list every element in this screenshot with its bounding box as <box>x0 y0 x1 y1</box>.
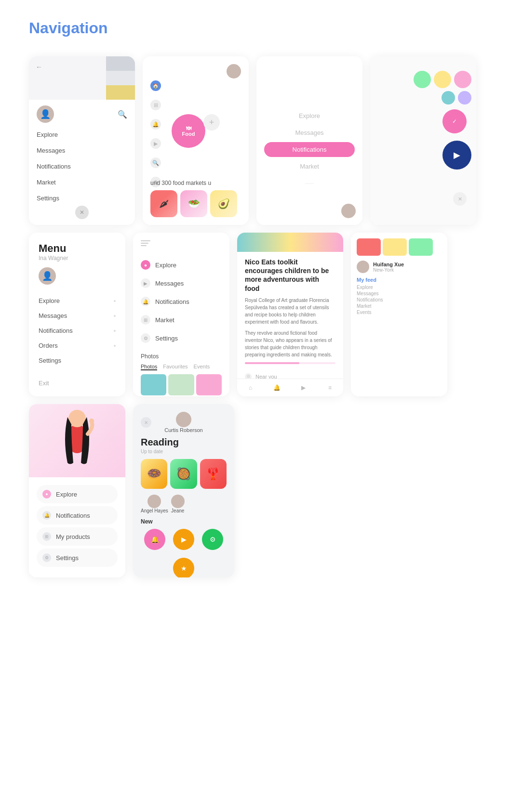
nav-notifications[interactable]: 🔔 Notifications <box>141 292 222 311</box>
nav-explore[interactable]: Explore <box>29 127 135 143</box>
grid-icon[interactable]: ⊞ <box>150 100 161 110</box>
nav-near-you[interactable]: ⊙ Near you <box>245 370 335 379</box>
search-icon[interactable]: 🔍 <box>118 110 127 119</box>
feed-item-notifications[interactable]: Notifications <box>357 297 442 302</box>
nav-notifications[interactable]: Notifications <box>29 158 135 174</box>
play-icon[interactable]: ▶ <box>150 138 161 149</box>
nav-market[interactable]: ⊞ Market <box>141 311 222 329</box>
nav-explore[interactable]: Explore <box>264 108 355 123</box>
nav-messages[interactable]: Messages <box>39 308 116 323</box>
nav-settings[interactable]: ⚙ Settings <box>37 549 118 567</box>
girl-nav-inner: ● Explore 🔔 Notifications ⊞ My products … <box>29 404 125 577</box>
row-3: ● Explore 🔔 Notifications ⊞ My products … <box>29 404 480 577</box>
book-list: 🍩 🥘 🦞 <box>141 459 227 489</box>
market-icon: ⊞ <box>141 315 150 325</box>
close-button-bottom[interactable]: ✕ <box>453 192 467 206</box>
bubble-teal <box>442 91 455 105</box>
nav-highlight-inner: Explore Messages Notifications Market ── <box>256 56 362 225</box>
fab-notifications[interactable]: 🔔 <box>144 529 165 550</box>
nav-item-left: ⊙ Near you <box>245 373 277 379</box>
nav-notifications[interactable]: Notifications <box>264 142 355 157</box>
messages-icon: ▶ <box>141 278 150 288</box>
fab-extra[interactable]: ★ <box>173 558 194 577</box>
home-bottom-icon[interactable]: ⌂ <box>246 383 255 393</box>
bar-3 <box>141 245 147 246</box>
plus-button[interactable]: + <box>203 114 220 131</box>
photo-strip-item <box>106 71 135 85</box>
photo-item <box>168 374 194 395</box>
food-text: und 300 food markets u <box>150 180 241 186</box>
user-name: Curtis Roberson <box>164 427 202 433</box>
play-bottom-icon[interactable]: ▶ <box>299 383 308 393</box>
food-strip <box>357 238 442 256</box>
photo-tabs: Photos Favourites Events <box>141 364 222 370</box>
close-area: ✕ <box>29 206 135 219</box>
tab-events[interactable]: Events <box>194 364 210 370</box>
nav-explore[interactable]: ● Explore <box>141 256 222 274</box>
bubble-yellow <box>434 71 451 88</box>
svg-point-2 <box>89 419 94 423</box>
nav-messages[interactable]: Messages <box>264 125 355 140</box>
card-radial-menu: 🏠 ⊞ 🔔 ▶ 🔍 ⚙ 🍽 Food + und 300 food market… <box>143 56 249 225</box>
progress-fill <box>245 362 299 364</box>
bottom-nav-bar: ⌂ 🔔 ▶ ≡ <box>237 379 343 396</box>
nav-settings[interactable]: Settings <box>29 190 135 206</box>
bell-icon[interactable]: 🔔 <box>150 119 161 130</box>
fab-play[interactable]: ▶ <box>173 529 194 550</box>
feed-item-events[interactable]: Events <box>357 310 442 315</box>
top-avatar <box>227 64 241 79</box>
icons-left: 🏠 ⊞ 🔔 ▶ 🔍 ⚙ <box>150 80 161 187</box>
food-chips: 🌶 🥗 🥑 <box>150 190 241 217</box>
user-name-2: Jeane <box>171 508 184 513</box>
feed-item-market[interactable]: Market <box>357 303 442 309</box>
menu-user-inner: Menu Ina Wagner 👤 Explore Messages Notif… <box>29 233 125 396</box>
bubbles-inner: ✓ ▶ ✕ <box>370 56 476 225</box>
navy-play-button[interactable]: ▶ <box>442 141 471 170</box>
nav-market[interactable]: Market <box>29 174 135 190</box>
back-icon[interactable]: ← <box>36 63 42 71</box>
nav-my-products[interactable]: ⊞ My products <box>37 527 118 546</box>
fab-settings[interactable]: ⚙ <box>202 529 223 550</box>
user-name: Huifang Xue <box>373 262 404 267</box>
user-name-label: Ina Wagner <box>39 255 116 262</box>
menu-bottom-icon[interactable]: ≡ <box>325 383 335 393</box>
nav-explore[interactable]: ● Explore <box>37 485 118 503</box>
article-body-1: Royal College of Art graduate Florencia … <box>245 297 335 326</box>
tab-favourites[interactable]: Favourites <box>163 364 188 370</box>
nav-messages[interactable]: ▶ Messages <box>141 274 222 292</box>
nav-settings[interactable]: Settings <box>39 353 116 368</box>
nav-settings[interactable]: ⚙ Settings <box>141 329 222 347</box>
nav-messages[interactable]: Messages <box>29 143 135 158</box>
nav-dot: ⊙ <box>245 373 252 379</box>
food-chip-2: 🥗 <box>180 190 207 217</box>
nav-explore[interactable]: Explore <box>39 293 116 308</box>
page-title: Navigation <box>29 19 480 37</box>
search-icon-left[interactable]: 🔍 <box>150 157 161 168</box>
close-button[interactable]: ✕ <box>141 417 151 428</box>
exit-button[interactable]: Exit <box>39 380 49 387</box>
pink-action-button[interactable]: ✓ <box>442 109 467 133</box>
close-button[interactable]: ✕ <box>75 206 89 219</box>
user-avatar-1 <box>147 495 161 508</box>
top-bar <box>378 64 469 69</box>
article-image-strip <box>237 233 343 252</box>
user-avatar <box>357 261 369 273</box>
feed-item-explore[interactable]: Explore <box>357 285 442 290</box>
home-icon[interactable]: 🏠 <box>150 80 161 91</box>
notifications-icon: 🔔 <box>141 297 150 306</box>
feed-item-messages[interactable]: Messages <box>357 291 442 296</box>
settings-nav-icon: ⚙ <box>42 553 51 562</box>
food-bubble[interactable]: 🍽 Food <box>172 114 205 148</box>
bell-bottom-icon[interactable]: 🔔 <box>272 383 282 393</box>
dot-indicator <box>114 345 116 347</box>
nav-market[interactable]: Market <box>264 159 355 174</box>
food-chip-1: 🌶 <box>150 190 177 217</box>
food-label: Food <box>182 131 195 137</box>
hamburger-menu[interactable] <box>141 240 222 246</box>
avatar: 👤 <box>37 105 54 123</box>
nav-notifications[interactable]: Notifications <box>39 323 116 338</box>
nav-orders[interactable]: Orders <box>39 338 116 353</box>
girl-figure <box>53 404 101 477</box>
nav-notifications[interactable]: 🔔 Notifications <box>37 506 118 524</box>
tab-photos[interactable]: Photos <box>141 364 157 370</box>
